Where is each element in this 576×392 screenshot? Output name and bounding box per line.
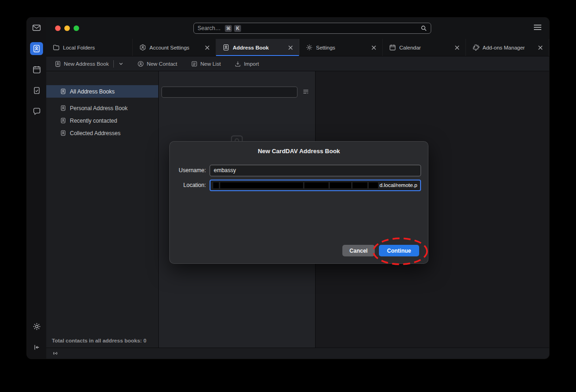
import-label: Import xyxy=(244,61,259,67)
button-divider xyxy=(113,60,114,68)
address-book-icon xyxy=(60,130,66,136)
new-list-button[interactable]: New List xyxy=(188,59,223,68)
mail-space-button[interactable] xyxy=(30,21,43,34)
tab-local-folders[interactable]: Local Folders xyxy=(46,39,133,56)
location-visible-text: d.local/remote.p xyxy=(379,182,417,188)
new-carddav-dialog: New CardDAV Address Book Username: Locat… xyxy=(169,141,428,264)
tab-address-book[interactable]: Address Book xyxy=(216,39,299,56)
book-item-label: Collected Addresses xyxy=(70,130,120,137)
search-icon xyxy=(421,25,427,31)
address-book-icon xyxy=(32,44,41,53)
folder-icon xyxy=(53,44,60,51)
address-book-icon xyxy=(55,61,61,67)
redaction-block xyxy=(220,182,303,188)
book-item-collected-addresses[interactable]: Collected Addresses xyxy=(46,127,158,139)
tab-label: Calendar xyxy=(399,45,421,50)
search-placeholder: Search… xyxy=(198,25,221,31)
cancel-button[interactable]: Cancel xyxy=(342,245,375,256)
total-contacts-status: Total contacts in all address books: 0 xyxy=(52,338,146,343)
new-list-label: New List xyxy=(200,61,221,67)
import-icon xyxy=(235,61,241,67)
book-item-label: Recently contacted xyxy=(70,118,117,124)
address-book-icon xyxy=(223,44,229,51)
username-row: Username: xyxy=(176,164,421,176)
redaction-block xyxy=(213,182,219,188)
k-key-badge: K xyxy=(234,25,241,32)
minimize-window-button[interactable] xyxy=(64,25,70,31)
chevron-down-icon[interactable] xyxy=(118,61,124,66)
spaces-settings-button[interactable] xyxy=(30,320,43,333)
chat-space-button[interactable] xyxy=(30,105,43,118)
tab-label: Account Settings xyxy=(149,45,189,50)
tab-close-icon[interactable] xyxy=(537,44,544,51)
close-window-button[interactable] xyxy=(55,25,61,31)
redaction-block xyxy=(353,182,367,188)
calendar-space-button[interactable] xyxy=(30,63,43,76)
mail-icon xyxy=(32,23,41,32)
address-books-pane: All Address Books Personal Address Book … xyxy=(46,71,158,348)
cmd-key-badge: ⌘ xyxy=(225,25,232,32)
redaction-block xyxy=(330,182,351,188)
dialog-buttons: Cancel Continue xyxy=(342,245,419,256)
app-menu-icon[interactable] xyxy=(533,24,542,31)
display-options-icon[interactable] xyxy=(303,88,309,95)
book-item-personal-address-book[interactable]: Personal Address Book xyxy=(46,102,158,114)
tab-close-icon[interactable] xyxy=(453,44,461,51)
new-contact-button[interactable]: New Contact xyxy=(135,59,180,68)
location-label: Location: xyxy=(176,182,206,188)
location-field[interactable]: d.local/remote.p xyxy=(210,180,421,191)
tab-label: Add-ons Manager xyxy=(483,45,525,50)
collapse-arrow-icon xyxy=(33,343,41,351)
broadcast-status-icon xyxy=(52,350,59,357)
continue-button[interactable]: Continue xyxy=(379,245,419,256)
username-field[interactable] xyxy=(210,165,421,176)
tasks-icon xyxy=(32,86,41,95)
tab-close-icon[interactable] xyxy=(287,44,294,51)
contacts-search-input[interactable] xyxy=(161,87,297,98)
calendar-icon xyxy=(32,65,41,74)
account-settings-icon xyxy=(139,44,146,51)
tab-add-ons-manager[interactable]: Add-ons Manager xyxy=(466,39,549,56)
app-window: Search… ⌘ K Local Folders xyxy=(27,18,549,359)
tasks-space-button[interactable] xyxy=(30,84,43,97)
tab-label: Settings xyxy=(316,45,335,50)
new-contact-label: New Contact xyxy=(147,61,177,67)
new-contact-icon xyxy=(137,61,144,67)
new-address-book-label: New Address Book xyxy=(64,61,109,67)
username-label: Username: xyxy=(176,167,206,174)
tab-label: Address Book xyxy=(233,45,269,50)
address-book-icon xyxy=(60,105,66,111)
location-row: Location: d.local/remote.p xyxy=(176,179,421,191)
tab-calendar[interactable]: Calendar xyxy=(383,39,466,56)
status-bar xyxy=(46,348,549,359)
redaction-block xyxy=(369,182,378,188)
new-list-icon xyxy=(191,61,198,67)
import-button[interactable]: Import xyxy=(232,59,262,68)
book-item-recently-contacted[interactable]: Recently contacted xyxy=(46,114,158,127)
titlebar: Search… ⌘ K xyxy=(46,18,549,39)
traffic-lights xyxy=(46,25,79,31)
chat-icon xyxy=(32,107,41,116)
gear-icon xyxy=(32,322,41,331)
book-item-label: All Address Books xyxy=(70,88,115,95)
calendar-icon xyxy=(389,44,396,51)
address-book-icon xyxy=(60,88,66,94)
address-book-space-button[interactable] xyxy=(30,42,43,55)
tab-bar: Local Folders Account Settings Address B… xyxy=(46,39,549,56)
tab-settings[interactable]: Settings xyxy=(299,39,383,56)
redaction-block xyxy=(304,182,328,188)
new-address-book-button[interactable]: New Address Book xyxy=(52,59,126,69)
global-search[interactable]: Search… ⌘ K xyxy=(193,23,431,34)
spaces-toolbar xyxy=(27,18,46,359)
book-item-all-address-books[interactable]: All Address Books xyxy=(46,85,158,98)
tab-close-icon[interactable] xyxy=(370,44,378,51)
tab-account-settings[interactable]: Account Settings xyxy=(133,39,216,56)
tab-close-icon[interactable] xyxy=(204,44,211,51)
tab-label: Local Folders xyxy=(63,45,95,50)
zoom-window-button[interactable] xyxy=(74,25,79,31)
collapse-spaces-button[interactable] xyxy=(30,341,43,354)
book-item-label: Personal Address Book xyxy=(70,105,128,112)
dialog-title: New CardDAV Address Book xyxy=(170,148,428,155)
gear-icon xyxy=(306,44,313,51)
puzzle-icon xyxy=(472,44,479,51)
